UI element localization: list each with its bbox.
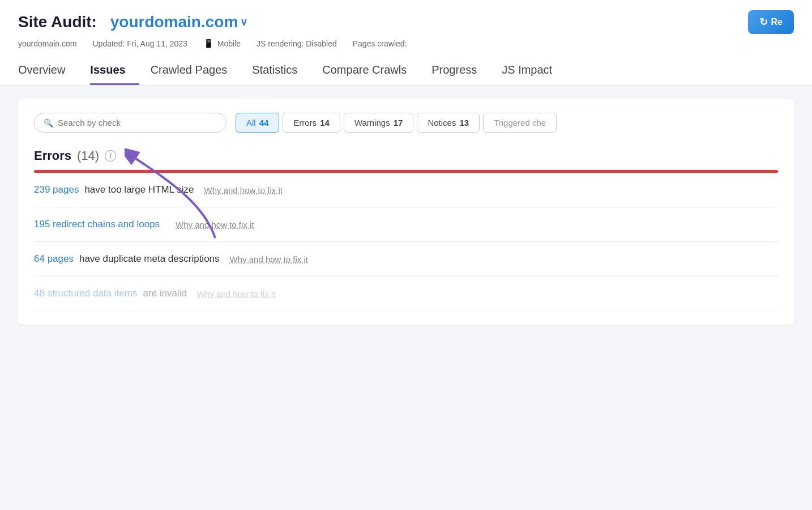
fix-link-4[interactable]: Why and how to fix it: [197, 289, 275, 299]
main-content: 🔍 All 44 Errors 14 Warnings 17: [0, 86, 812, 338]
warnings-label: Warnings: [354, 118, 390, 128]
meta-pages-crawled: Pages crawled:: [353, 39, 407, 48]
recrawl-button[interactable]: ↻ Re: [748, 10, 794, 34]
tab-overview[interactable]: Overview: [18, 58, 79, 85]
errors-label: Errors: [293, 118, 317, 128]
errors-count: 14: [320, 118, 330, 128]
header: Site Audit: yourdomain.com ∨ ↻ Re yourdo…: [0, 0, 812, 86]
filter-triggered-button[interactable]: Triggered che: [483, 113, 557, 133]
domain-link[interactable]: yourdomain.com ∨: [110, 13, 248, 31]
issue-row-4: 48 structured data items are invalid Why…: [34, 277, 778, 311]
recrawl-icon: ↻: [759, 16, 768, 28]
meta-updated: Updated: Fri, Aug 11, 2023: [93, 39, 187, 48]
issue-row-3: 64 pages have duplicate meta description…: [34, 242, 778, 277]
issue-text-1: have too large HTML size: [84, 184, 194, 196]
errors-header: Errors (14) i: [34, 148, 778, 163]
errors-title: Errors: [34, 148, 71, 163]
filter-warnings-button[interactable]: Warnings 17: [344, 113, 414, 133]
filter-errors-button[interactable]: Errors 14: [283, 113, 340, 133]
errors-count-label: (14): [77, 148, 99, 163]
chevron-down-icon: ∨: [240, 16, 247, 28]
header-meta: yourdomain.com Updated: Fri, Aug 11, 202…: [18, 39, 794, 49]
recrawl-label: Re: [771, 17, 783, 27]
tab-statistics[interactable]: Statistics: [252, 58, 311, 85]
meta-device: 📱 Mobile: [203, 39, 241, 49]
nav-tabs: Overview Issues Crawled Pages Statistics…: [18, 58, 794, 85]
issue-link-2[interactable]: 195 redirect chains and loops: [34, 219, 160, 230]
issue-text-3: have duplicate meta descriptions: [79, 253, 220, 265]
issues-panel: 🔍 All 44 Errors 14 Warnings 17: [18, 99, 794, 325]
tab-issues[interactable]: Issues: [90, 58, 139, 85]
search-icon: 🔍: [44, 118, 53, 128]
issue-row-2: 195 redirect chains and loops Why and ho…: [34, 207, 778, 242]
meta-domain: yourdomain.com: [18, 39, 77, 48]
filter-notices-button[interactable]: Notices 13: [417, 113, 480, 133]
site-audit-label: Site Audit:: [18, 13, 97, 31]
tab-compare-crawls[interactable]: Compare Crawls: [322, 58, 420, 85]
notices-count: 13: [459, 118, 469, 128]
fix-link-2[interactable]: Why and how to fix it: [176, 220, 254, 230]
mobile-icon: 📱: [203, 39, 214, 49]
issue-link-3[interactable]: 64 pages: [34, 253, 74, 265]
domain-text: yourdomain.com: [110, 13, 238, 31]
tab-js-impact[interactable]: JS Impact: [502, 58, 566, 85]
header-top: Site Audit: yourdomain.com ∨ ↻ Re: [18, 10, 794, 34]
issue-row-1: 239 pages have too large HTML size Why a…: [34, 173, 778, 207]
filter-all-button[interactable]: All 44: [236, 113, 279, 133]
notices-label: Notices: [428, 118, 456, 128]
search-input[interactable]: [58, 118, 217, 128]
tab-crawled-pages[interactable]: Crawled Pages: [151, 58, 241, 85]
issue-text-4: are invalid: [143, 288, 187, 299]
tab-progress[interactable]: Progress: [431, 58, 490, 85]
fix-link-3[interactable]: Why and how to fix it: [230, 254, 308, 264]
fix-link-1[interactable]: Why and how to fix it: [204, 185, 282, 195]
all-label: All: [246, 118, 256, 128]
meta-js-rendering: JS rendering: Disabled: [257, 39, 337, 48]
warnings-count: 17: [394, 118, 403, 128]
search-box[interactable]: 🔍: [34, 113, 226, 133]
all-count: 44: [259, 118, 269, 128]
issue-link-1[interactable]: 239 pages: [34, 184, 79, 196]
info-icon[interactable]: i: [105, 150, 116, 162]
page-title: Site Audit: yourdomain.com ∨: [18, 13, 247, 31]
filter-bar: 🔍 All 44 Errors 14 Warnings 17: [34, 113, 778, 133]
issue-link-4[interactable]: 48 structured data items: [34, 288, 137, 299]
filter-buttons: All 44 Errors 14 Warnings 17 Notices 13: [236, 113, 557, 133]
